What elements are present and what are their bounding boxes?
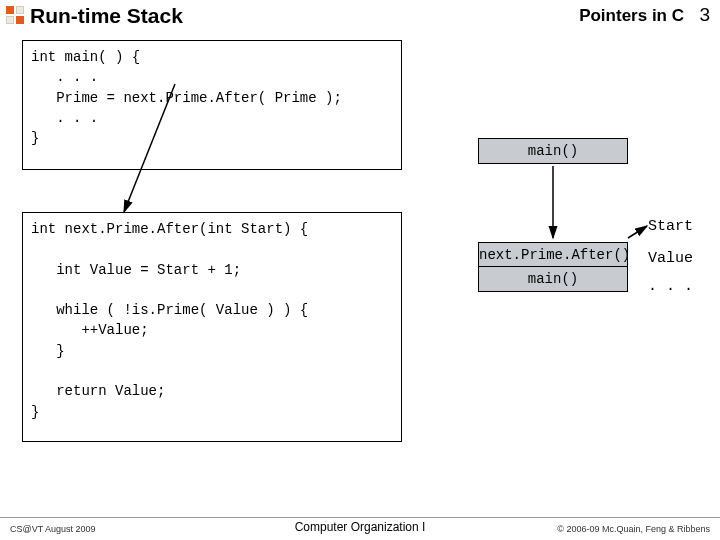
code-main: int main( ) { . . . Prime = next.Prime.A… xyxy=(22,40,402,170)
label-start: Start xyxy=(648,218,693,235)
footer-rule xyxy=(0,517,720,518)
logo-icon xyxy=(6,6,24,24)
stack-frame-main-bottom: main() xyxy=(478,266,628,292)
slide-title: Run-time Stack xyxy=(30,4,183,28)
svg-line-2 xyxy=(628,226,647,238)
stack-frame-nextprimeafter: next.Prime.After() xyxy=(478,242,628,268)
stack-frame-main-top: main() xyxy=(478,138,628,164)
label-dots: . . . xyxy=(648,278,693,295)
label-value: Value xyxy=(648,250,693,267)
page-number: 3 xyxy=(699,4,710,26)
slide-subtitle: Pointers in C xyxy=(579,6,684,26)
footer-right: © 2006-09 Mc.Quain, Feng & Ribbens xyxy=(557,524,710,534)
code-nextprime: int next.Prime.After(int Start) { int Va… xyxy=(22,212,402,442)
